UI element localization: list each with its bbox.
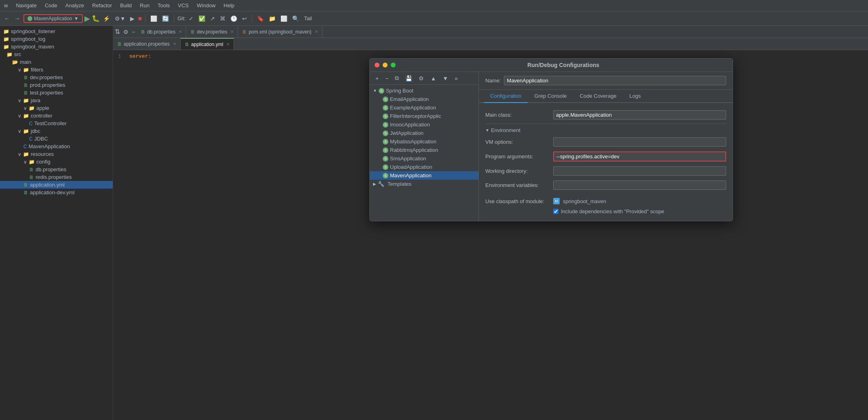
tab-grep-console[interactable]: Grep Console bbox=[528, 90, 573, 103]
tree-item-filters[interactable]: ∨ 📁 filters bbox=[0, 66, 113, 74]
tab-gear-btn[interactable]: ⚙ bbox=[122, 28, 130, 36]
config-section-springboot[interactable]: ▼ S Spring Boot bbox=[370, 86, 478, 95]
include-deps-checkbox[interactable] bbox=[553, 209, 558, 214]
vm-options-input[interactable] bbox=[553, 137, 726, 147]
tree-item-src[interactable]: 📁 src bbox=[0, 50, 113, 58]
environment-section[interactable]: ▼ Environment bbox=[485, 124, 726, 135]
move-up-button[interactable]: ▲ bbox=[428, 74, 438, 83]
git-check[interactable]: ✓ bbox=[187, 15, 195, 23]
search-btn[interactable]: 🔍 bbox=[291, 15, 301, 23]
tab-settings-btn[interactable]: ⇅ bbox=[113, 27, 122, 36]
tree-item-testcontroller[interactable]: C TestController bbox=[0, 120, 113, 127]
menu-tools[interactable]: Tools bbox=[156, 2, 171, 9]
menu-navigate[interactable]: Navigate bbox=[14, 2, 38, 9]
folder-btn[interactable]: 📁 bbox=[267, 15, 277, 23]
config-example-app[interactable]: S ExampleApplication bbox=[370, 103, 478, 112]
menu-w[interactable]: w bbox=[2, 2, 9, 9]
tree-item-redis-prop[interactable]: 🗎 redis.properties bbox=[0, 173, 113, 181]
toolbar-more1[interactable]: ⚙▼ bbox=[113, 15, 127, 23]
tree-item-jdbc[interactable]: C JDBC bbox=[0, 135, 113, 143]
tab-pom-xml[interactable]: 🗎 pom.xml (springboot_maven) ✕ bbox=[238, 26, 322, 38]
window-minimize-btn[interactable] bbox=[383, 63, 388, 67]
tab-configuration[interactable]: Configuration bbox=[484, 90, 528, 103]
tree-item-dev-prop[interactable]: 🗎 dev.properties bbox=[0, 74, 113, 81]
tab-db-properties[interactable]: 🗎 db.properties ✕ bbox=[137, 26, 186, 38]
menu-build[interactable]: Build bbox=[118, 2, 133, 9]
tree-item-controller[interactable]: ∨ 📁 controller bbox=[0, 112, 113, 120]
run-with-coverage[interactable]: ⚡ bbox=[101, 15, 112, 23]
menu-refactor[interactable]: Refactor bbox=[91, 2, 114, 9]
copy-config-button[interactable]: ⧉ bbox=[392, 74, 401, 83]
tab-minus-btn[interactable]: − bbox=[130, 28, 137, 36]
more-button[interactable]: » bbox=[452, 74, 460, 83]
menu-run[interactable]: Run bbox=[138, 2, 151, 9]
tab-close-icon[interactable]: ✕ bbox=[315, 29, 318, 34]
add-config-button[interactable]: + bbox=[373, 74, 381, 83]
config-maven-app[interactable]: S MavenApplication bbox=[370, 171, 478, 180]
menu-help[interactable]: Help bbox=[222, 2, 236, 9]
settings-config-button[interactable]: ⚙ bbox=[416, 74, 426, 83]
tree-item-maven-app[interactable]: C MavenApplication bbox=[0, 143, 113, 150]
tree-item-config-folder[interactable]: ∨ 📁 config bbox=[0, 158, 113, 166]
menu-analyze[interactable]: Analyze bbox=[64, 2, 86, 9]
play-button[interactable]: ▶ bbox=[84, 14, 90, 23]
config-templates[interactable]: ▶ 🔧 Templates bbox=[370, 180, 478, 188]
tree-item-db-prop[interactable]: 🗎 db.properties bbox=[0, 166, 113, 173]
menu-window[interactable]: Window bbox=[195, 2, 217, 9]
tab-application-properties[interactable]: 🗎 application.properties ✕ bbox=[113, 38, 181, 50]
config-sms-app[interactable]: S SmsApplication bbox=[370, 154, 478, 163]
tree-item-springboot-log[interactable]: 📁 springboot_log bbox=[0, 35, 113, 43]
tree-item-java[interactable]: ∨ 📁 java bbox=[0, 97, 113, 104]
tab-close-icon[interactable]: ✕ bbox=[226, 42, 230, 46]
tab-dev-properties[interactable]: 🗎 dev.properties ✕ bbox=[186, 26, 238, 38]
config-filter-app[interactable]: S FilterInterceptorApplic bbox=[370, 112, 478, 120]
tree-item-jdbc-folder[interactable]: ∨ 📁 jdbc bbox=[0, 127, 113, 135]
window-maximize-btn[interactable] bbox=[391, 63, 396, 67]
tree-item-application-dev-yml[interactable]: 🗎 application-dev.yml bbox=[0, 189, 113, 196]
git-history[interactable]: 🕐 bbox=[229, 15, 239, 23]
tree-item-springboot-listener[interactable]: 📁 springboot_listener bbox=[0, 27, 113, 35]
tree-item-apple[interactable]: ∨ 📁 apple bbox=[0, 104, 113, 112]
git-push[interactable]: ↗ bbox=[209, 15, 217, 23]
stop-button[interactable]: ■ bbox=[138, 15, 142, 22]
back-button[interactable]: ← bbox=[2, 15, 11, 23]
name-input[interactable] bbox=[504, 76, 726, 85]
run-alt-button[interactable]: ▶ bbox=[129, 15, 136, 23]
config-jwt-app[interactable]: S JwtApplication bbox=[370, 129, 478, 137]
tab-code-coverage[interactable]: Code Coverage bbox=[573, 90, 623, 103]
tab-close-icon[interactable]: ✕ bbox=[173, 42, 176, 46]
config-imooc-app[interactable]: S ImoocApplication bbox=[370, 120, 478, 129]
tab-application-yml[interactable]: 🗎 application.yml ✕ bbox=[181, 38, 234, 50]
bookmark-btn[interactable]: 🔖 bbox=[255, 15, 265, 23]
tab-logs[interactable]: Logs bbox=[623, 90, 647, 103]
window-close-btn[interactable] bbox=[375, 63, 379, 67]
tree-item-application-yml[interactable]: 🗎 application.yml bbox=[0, 181, 113, 189]
tree-item-test-prop[interactable]: 🗎 test.properties bbox=[0, 89, 113, 97]
debug-button[interactable]: 🐛 bbox=[92, 15, 100, 22]
tree-item-main[interactable]: 📂 main bbox=[0, 58, 113, 66]
tree-item-springboot-maven[interactable]: 📁 springboot_maven bbox=[0, 43, 113, 50]
remove-config-button[interactable]: − bbox=[383, 74, 391, 83]
window-btn-tool[interactable]: ⬜ bbox=[279, 15, 289, 23]
toolbar-btn-2[interactable]: 🔄 bbox=[160, 15, 171, 23]
forward-button[interactable]: → bbox=[13, 15, 22, 23]
git-check2[interactable]: ✅ bbox=[197, 15, 207, 23]
tree-item-prod-prop[interactable]: 🗎 prod.properties bbox=[0, 81, 113, 89]
toolbar-btn-1[interactable]: ⬜ bbox=[149, 15, 159, 23]
git-undo[interactable]: ↩ bbox=[240, 15, 249, 23]
tab-close-icon[interactable]: ✕ bbox=[230, 29, 234, 34]
working-dir-input[interactable] bbox=[553, 166, 726, 176]
run-config-selector[interactable]: MavenApplication ▼ bbox=[23, 14, 83, 23]
tree-item-resources[interactable]: ∨ 📁 resources bbox=[0, 150, 113, 158]
config-mybatiss-app[interactable]: S MybatissApplication bbox=[370, 137, 478, 146]
git-btn3[interactable]: ⌘ bbox=[218, 15, 227, 23]
move-down-button[interactable]: ▼ bbox=[440, 74, 451, 83]
main-class-input[interactable] bbox=[553, 110, 726, 120]
menu-vcs[interactable]: VCS bbox=[176, 2, 190, 9]
save-config-button[interactable]: 💾 bbox=[403, 74, 415, 83]
config-upload-app[interactable]: S UploadApplication bbox=[370, 163, 478, 171]
env-vars-input[interactable] bbox=[553, 181, 726, 190]
config-rabbitmq-app[interactable]: S RabbitmqApplication bbox=[370, 146, 478, 154]
tab-close-icon[interactable]: ✕ bbox=[179, 29, 182, 34]
config-email-app[interactable]: S EmailApplication bbox=[370, 95, 478, 103]
